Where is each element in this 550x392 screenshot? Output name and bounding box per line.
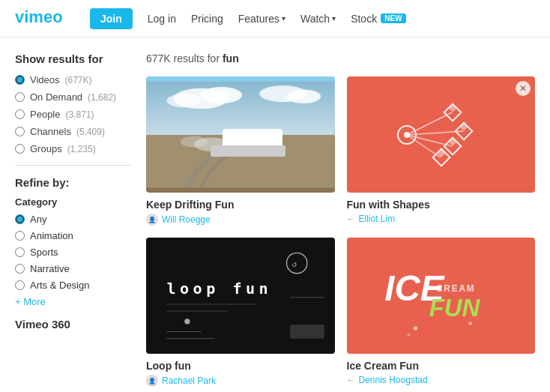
- video-author-3[interactable]: 👤 Rachael Park: [146, 375, 335, 387]
- svg-rect-10: [225, 138, 273, 148]
- filter-channels-radio[interactable]: [15, 127, 25, 136]
- svg-line-15: [407, 112, 452, 135]
- svg-rect-22: [449, 103, 457, 112]
- svg-point-44: [413, 326, 417, 330]
- thumb-loop-bg: ↺ loop fun: [146, 238, 335, 354]
- cat-animation-label: Animation: [30, 230, 73, 241]
- filter-groups[interactable]: Groups (1,235): [15, 143, 131, 154]
- staff-pick-icon-2: ←: [347, 214, 355, 223]
- watch-link[interactable]: Watch ▾: [300, 13, 336, 25]
- filter-groups-count: (1,235): [67, 144, 96, 154]
- content-area: 677K results for fun: [146, 52, 535, 387]
- svg-text:loop fun: loop fun: [166, 280, 272, 298]
- cat-narrative-radio[interactable]: [15, 264, 25, 274]
- svg-rect-2: [146, 82, 335, 136]
- svg-text:vimeo: vimeo: [15, 7, 63, 26]
- cat-arts-radio[interactable]: [15, 280, 25, 290]
- svg-point-11: [228, 143, 236, 151]
- cat-animation-radio[interactable]: [15, 231, 25, 241]
- video-thumbnail-4[interactable]: ICE CREAM FUN: [347, 238, 536, 354]
- svg-point-45: [407, 334, 410, 337]
- cat-any[interactable]: Any: [15, 214, 131, 225]
- video-card-2[interactable]: ✕ Fun with Shapes ← Elliot Lim: [347, 76, 536, 226]
- results-summary: 677K results for fun: [146, 52, 535, 64]
- filter-ondemand-radio[interactable]: [15, 92, 25, 102]
- refine-title: Refine by:: [15, 176, 131, 189]
- sidebar-divider: [15, 165, 131, 166]
- thumb-car-bg: [146, 76, 335, 193]
- filter-videos-radio[interactable]: [15, 75, 25, 85]
- author-icon-3: 👤: [146, 375, 158, 387]
- svg-rect-8: [146, 135, 335, 187]
- logo[interactable]: vimeo: [15, 6, 67, 31]
- video-thumbnail-2[interactable]: ✕: [347, 76, 536, 193]
- cat-arts[interactable]: Arts & Design: [15, 280, 131, 291]
- staff-pick-icon-4: ←: [347, 376, 355, 385]
- cat-animation[interactable]: Animation: [15, 230, 131, 241]
- video-title-4: Ice Cream Fun: [347, 360, 536, 372]
- author-name-1: Will Roegge: [162, 214, 211, 225]
- video-thumbnail-1[interactable]: [146, 76, 335, 193]
- cat-any-label: Any: [30, 214, 46, 225]
- filter-channels-count: (5,409): [76, 127, 105, 137]
- svg-point-46: [468, 322, 472, 325]
- category-title: Category: [15, 196, 131, 208]
- filter-people-count: (3,871): [65, 109, 94, 120]
- filter-people-label: People: [30, 109, 60, 120]
- svg-rect-26: [449, 137, 457, 145]
- close-button-2[interactable]: ✕: [516, 81, 531, 96]
- features-link[interactable]: Features ▾: [238, 13, 285, 25]
- filter-people[interactable]: People (3,871): [15, 109, 131, 120]
- header: vimeo Join Log in Pricing Features ▾ Wat…: [0, 0, 550, 37]
- svg-point-35: [184, 319, 190, 324]
- video-grid: Keep Drifting Fun 👤 Will Roegge: [146, 76, 535, 387]
- svg-point-12: [262, 143, 271, 151]
- thumb-ice-bg: ICE CREAM FUN: [347, 238, 536, 354]
- join-button[interactable]: Join: [90, 8, 133, 29]
- video-card-4[interactable]: ICE CREAM FUN Ice Cream Fun: [347, 238, 536, 387]
- video-author-4[interactable]: ← Dennis Hoogstad: [347, 375, 536, 385]
- cat-sports-label: Sports: [30, 247, 58, 258]
- svg-point-14: [181, 136, 208, 148]
- results-prefix: 677K results for: [146, 52, 223, 64]
- vimeo360-title: Vimeo 360: [15, 318, 131, 331]
- author-name-4: Dennis Hoogstad: [359, 375, 428, 385]
- video-thumbnail-3[interactable]: ↺ loop fun: [146, 238, 335, 354]
- filter-groups-label: Groups: [30, 143, 62, 154]
- video-title-3: Loop fun: [146, 360, 335, 372]
- author-icon-1: 👤: [146, 214, 158, 226]
- filter-videos-count: (677K): [65, 75, 92, 85]
- filter-people-radio[interactable]: [15, 109, 25, 119]
- svg-rect-39: [290, 325, 324, 338]
- cat-sports-radio[interactable]: [15, 247, 25, 257]
- video-title-2: Fun with Shapes: [347, 199, 536, 211]
- pricing-link[interactable]: Pricing: [191, 13, 223, 25]
- filter-ondemand[interactable]: On Demand (1,682): [15, 91, 131, 103]
- author-name-3: Rachael Park: [162, 376, 216, 386]
- cat-any-radio[interactable]: [15, 214, 25, 224]
- cat-narrative[interactable]: Narrative: [15, 263, 131, 274]
- svg-text:↺: ↺: [292, 259, 297, 269]
- sidebar: Show results for Videos (677K) On Demand…: [15, 52, 131, 387]
- results-query: fun: [223, 52, 239, 64]
- cat-arts-label: Arts & Design: [30, 280, 89, 291]
- video-card-3[interactable]: ↺ loop fun: [146, 238, 335, 387]
- filter-groups-radio[interactable]: [15, 144, 25, 154]
- video-author-1[interactable]: 👤 Will Roegge: [146, 214, 335, 226]
- svg-text:FUN: FUN: [429, 294, 480, 322]
- filter-videos[interactable]: Videos (677K): [15, 74, 131, 85]
- video-card-1[interactable]: Keep Drifting Fun 👤 Will Roegge: [146, 76, 335, 226]
- filter-videos-label: Videos: [30, 74, 60, 85]
- stock-link[interactable]: Stock NEW: [351, 13, 405, 25]
- more-link[interactable]: + More: [15, 296, 131, 307]
- features-arrow: ▾: [282, 14, 285, 22]
- video-author-2[interactable]: ← Elliot Lim: [347, 214, 536, 224]
- filter-channels[interactable]: Channels (5,409): [15, 126, 131, 137]
- main-container: Show results for Videos (677K) On Demand…: [0, 37, 550, 392]
- filter-ondemand-label: On Demand: [30, 91, 82, 103]
- video-title-1: Keep Drifting Fun: [146, 199, 335, 211]
- filter-ondemand-count: (1,682): [88, 92, 116, 103]
- cat-sports[interactable]: Sports: [15, 247, 131, 258]
- login-link[interactable]: Log in: [148, 13, 176, 25]
- svg-point-7: [286, 90, 321, 103]
